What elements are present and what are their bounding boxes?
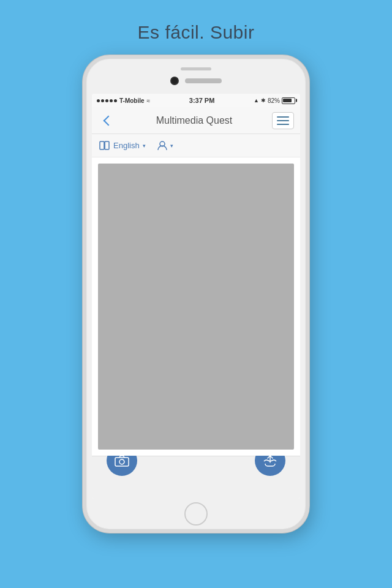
location-icon: ▲ bbox=[254, 97, 259, 104]
page-tagline-text: Es fácil. Subir bbox=[138, 22, 255, 43]
bottom-bar bbox=[92, 456, 300, 499]
language-label: English bbox=[113, 141, 140, 150]
sleep-button bbox=[181, 67, 211, 70]
language-dropdown-arrow: ▾ bbox=[143, 143, 146, 149]
svg-rect-4 bbox=[115, 458, 129, 466]
nav-bar: Multimedia Quest bbox=[92, 107, 300, 134]
status-bar: T-Mobile ≈ 3:37 PM ▲ ✱ 82% bbox=[92, 94, 300, 107]
wifi-icon: ≈ bbox=[147, 97, 151, 104]
signal-dot bbox=[105, 99, 108, 102]
book-icon bbox=[99, 141, 110, 151]
battery-icon bbox=[282, 97, 295, 104]
svg-rect-1 bbox=[105, 141, 109, 149]
camera-lens bbox=[170, 77, 179, 85]
signal-dot bbox=[114, 99, 117, 102]
phone-shell: T-Mobile ≈ 3:37 PM ▲ ✱ 82% Multimedia Qu… bbox=[83, 55, 309, 533]
menu-button[interactable] bbox=[272, 112, 294, 129]
back-button[interactable] bbox=[98, 111, 116, 130]
battery-fill bbox=[283, 99, 292, 102]
language-selector[interactable]: English ▾ bbox=[99, 141, 146, 151]
status-time: 3:37 PM bbox=[189, 97, 215, 104]
menu-line-icon bbox=[277, 116, 289, 118]
image-placeholder bbox=[98, 164, 294, 450]
back-chevron-icon bbox=[104, 115, 114, 126]
toolbar-row: English ▾ ▾ bbox=[92, 134, 300, 157]
nav-title: Multimedia Quest bbox=[116, 115, 272, 126]
user-icon bbox=[157, 140, 168, 151]
bluetooth-icon: ✱ bbox=[261, 97, 266, 104]
svg-rect-0 bbox=[100, 141, 104, 149]
menu-line-icon bbox=[277, 124, 289, 125]
user-dropdown-arrow: ▾ bbox=[170, 143, 173, 149]
main-content bbox=[92, 157, 300, 456]
speaker-grille bbox=[185, 78, 222, 83]
signal-dot bbox=[101, 99, 104, 102]
signal-dot bbox=[110, 99, 113, 102]
user-selector[interactable]: ▾ bbox=[157, 140, 173, 151]
menu-line-icon bbox=[277, 120, 289, 121]
carrier-label: T-Mobile bbox=[119, 97, 145, 104]
camera-icon bbox=[115, 454, 129, 467]
home-button[interactable] bbox=[184, 502, 208, 526]
battery-percent-label: 82% bbox=[268, 97, 280, 104]
upload-icon bbox=[263, 454, 277, 467]
screen: T-Mobile ≈ 3:37 PM ▲ ✱ 82% Multimedia Qu… bbox=[92, 94, 300, 499]
phone-bottom bbox=[86, 499, 306, 529]
signal-dot bbox=[97, 99, 100, 102]
svg-point-5 bbox=[119, 459, 124, 464]
